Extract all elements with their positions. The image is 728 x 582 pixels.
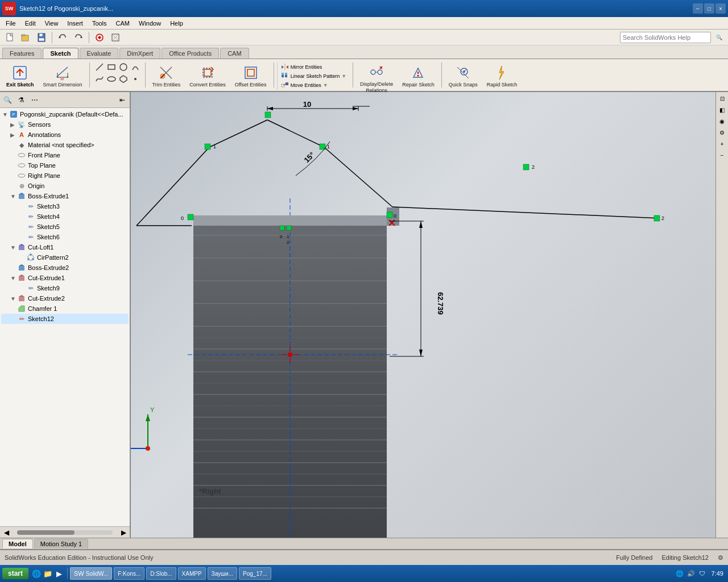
taskbar-xampp[interactable]: XAMPP (178, 567, 206, 580)
taskbar-solidworks[interactable]: SW SolidW... (70, 567, 112, 580)
tree-cirpattern2[interactable]: ▶ CirPattern2 (1, 252, 129, 263)
tree-right-plane[interactable]: ▶ Right Plane (1, 171, 129, 181)
tree-sketch3[interactable]: ▶ ✏ Sketch3 (1, 201, 129, 211)
panel-options-button[interactable]: ⋯ (28, 94, 41, 106)
tab-sketch[interactable]: Sketch (43, 48, 78, 59)
taskbar-media-icon[interactable]: ▶ (55, 569, 64, 578)
menu-file[interactable]: File (1, 19, 20, 28)
tree-sketch9[interactable]: ▶ ✏ Sketch9 (1, 283, 129, 293)
tab-cam[interactable]: CAM (220, 48, 249, 59)
menu-view[interactable]: View (40, 19, 63, 28)
spline-button[interactable] (94, 73, 105, 85)
point-button[interactable] (130, 73, 141, 85)
tree-sensors[interactable]: ▶ 📡 Sensors (1, 119, 129, 130)
arc-button[interactable] (130, 61, 141, 73)
menu-help[interactable]: Help (166, 19, 188, 28)
zoom-in-button[interactable]: + (717, 139, 727, 149)
tab-office-products[interactable]: Office Products (162, 48, 219, 59)
smart-dimension-button[interactable]: 10 Smart Dimension (39, 61, 86, 91)
tab-evaluate[interactable]: Evaluate (80, 48, 119, 59)
taskbar-pog17[interactable]: Pog_17... (239, 567, 271, 580)
view-settings-button[interactable]: ⚙ (717, 127, 727, 138)
minimize-button[interactable]: − (693, 3, 703, 14)
panel-filter-button[interactable]: ⚗ (15, 94, 27, 106)
tab-motion-study[interactable]: Motion Study 1 (34, 539, 88, 548)
tab-features[interactable]: Features (2, 48, 42, 59)
view-orientation-button[interactable]: ⊡ (717, 93, 727, 103)
rebuild-button[interactable] (92, 31, 107, 44)
convert-entities-button[interactable]: Convert Entities (185, 61, 230, 91)
tree-sketch6[interactable]: ▶ ✏ Sketch6 (1, 232, 129, 242)
menu-insert[interactable]: Insert (63, 19, 88, 28)
svg-text:1: 1 (213, 144, 216, 149)
svg-line-102 (209, 120, 267, 147)
display-delete-relations-button[interactable]: Display/DeleteRelations (356, 61, 397, 97)
panel-search-button[interactable]: 🔍 (1, 94, 14, 106)
rapid-sketch-button[interactable]: Rapid Sketch (483, 61, 522, 91)
tree-root[interactable]: ▼ P Pogonski_zupcanik (Default<<Defa... (1, 109, 129, 119)
zoom-out-button[interactable]: − (717, 150, 727, 160)
help-search-button[interactable]: 🔍 (712, 31, 726, 44)
scroll-right-button[interactable]: ▶ (117, 526, 130, 538)
maximize-button[interactable]: □ (704, 3, 714, 14)
open-button[interactable] (18, 31, 33, 44)
tree-front-plane[interactable]: ▶ Front Plane (1, 150, 129, 160)
tree-top-plane[interactable]: ▶ Top Plane (1, 160, 129, 171)
tree-sketch4[interactable]: ▶ ✏ Sketch4 (1, 211, 129, 222)
tree-boss-extrude1[interactable]: ▼ Boss-Extrude1 (1, 191, 129, 201)
new-button[interactable] (2, 31, 17, 44)
svg-text:0: 0 (394, 213, 396, 219)
exit-sketch-button[interactable]: Exit Sketch (2, 61, 38, 91)
scroll-left-button[interactable]: ◀ (0, 526, 13, 538)
repair-sketch-button[interactable]: Repair Sketch (398, 61, 439, 91)
ellipse-button[interactable] (106, 73, 117, 85)
start-button[interactable]: start (2, 568, 28, 579)
mirror-entities-button[interactable]: Mirror Entities (280, 63, 348, 72)
svg-rect-99 (387, 207, 399, 226)
viewport[interactable]: 1 1 2 2 0 0 0 1 2 (131, 92, 728, 538)
taskbar-dslob[interactable]: D:Slob... (146, 567, 176, 580)
offset-entities-button[interactable]: Offset Entities (231, 61, 271, 91)
redo-button[interactable] (71, 31, 86, 44)
tab-dimxpert[interactable]: DimXpert (119, 48, 160, 59)
panel-collapse-button[interactable]: ⇤ (116, 94, 129, 106)
circle-button[interactable] (118, 61, 129, 73)
tree-cut-loft1[interactable]: ▼ Cut-Loft1 (1, 242, 129, 252)
rectangle-button[interactable] (106, 61, 117, 73)
menu-edit[interactable]: Edit (20, 19, 40, 28)
close-button[interactable]: × (715, 3, 726, 14)
undo-button[interactable] (55, 31, 70, 44)
hide-show-button[interactable]: ◉ (717, 116, 727, 126)
tree-sketch5[interactable]: ▶ ✏ Sketch5 (1, 222, 129, 232)
tree-boss-extrude2[interactable]: ▶ Boss-Extrude2 (1, 263, 129, 273)
move-entities-button[interactable]: Move Entities ▼ (280, 81, 348, 90)
taskbar-ie-icon[interactable]: 🌐 (32, 569, 41, 578)
help-search-input[interactable] (620, 32, 711, 43)
taskbar-zaushi[interactable]: Зауши... (208, 567, 237, 580)
trim-entities-button[interactable]: Trim Entities (148, 61, 185, 91)
menu-tools[interactable]: Tools (88, 19, 111, 28)
window-controls[interactable]: − □ × (693, 3, 726, 14)
linear-sketch-pattern-button[interactable]: Linear Sketch Pattern ▼ (280, 72, 348, 81)
svg-line-18 (96, 64, 103, 70)
svg-rect-122 (287, 226, 291, 230)
tree-chamfer1[interactable]: ▶ Chamfer 1 (1, 304, 129, 314)
svg-rect-70 (193, 221, 387, 538)
zoom-fit-button[interactable] (108, 31, 123, 44)
polygon-button[interactable] (118, 73, 129, 85)
display-style-button[interactable]: ◧ (717, 105, 727, 115)
quick-snaps-button[interactable]: Quick Snaps (445, 61, 482, 91)
line-tool-button[interactable] (94, 61, 105, 73)
tree-origin[interactable]: ▶ ⊕ Origin (1, 181, 129, 191)
tab-model[interactable]: Model (2, 539, 33, 548)
tree-material[interactable]: ▶ ◆ Material <not specified> (1, 140, 129, 150)
menu-cam[interactable]: CAM (111, 19, 134, 28)
taskbar-folder-icon[interactable]: 📁 (43, 569, 52, 578)
tree-cut-extrude1[interactable]: ▼ Cut-Extrude1 (1, 273, 129, 283)
tree-cut-extrude2[interactable]: ▼ Cut-Extrude2 (1, 293, 129, 304)
save-button[interactable] (34, 31, 49, 44)
menu-window[interactable]: Window (134, 19, 166, 28)
taskbar-fkons[interactable]: F:Kons... (114, 567, 144, 580)
tree-annotations[interactable]: ▶ A Annotations (1, 130, 129, 140)
tree-sketch12[interactable]: ▶ ✏ Sketch12 (1, 314, 129, 324)
